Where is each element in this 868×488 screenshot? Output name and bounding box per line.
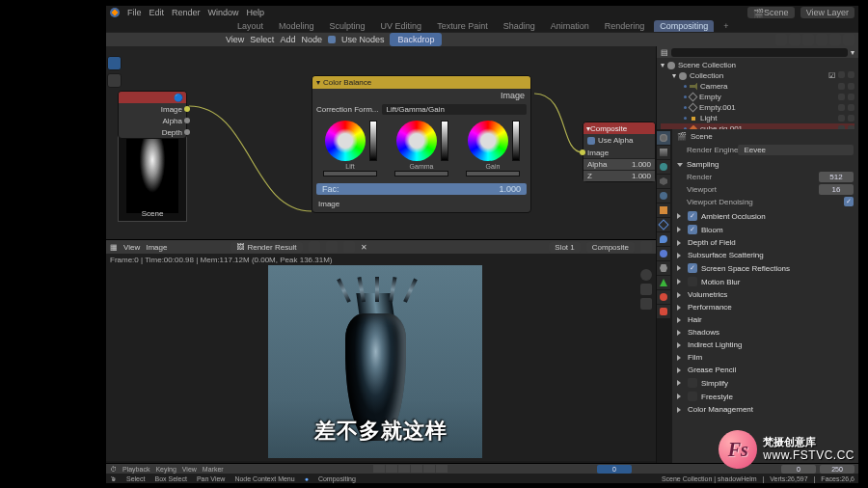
fac-slider[interactable]: Fac:1.000 — [316, 183, 527, 195]
input-z[interactable]: Z1.000 — [583, 170, 655, 181]
gamma-color-wheel[interactable] — [396, 121, 437, 161]
channel-g-icon[interactable] — [829, 34, 841, 45]
menu-file[interactable]: File — [127, 8, 142, 17]
tree-camera[interactable]: Camera — [661, 81, 854, 92]
tab-texture-properties[interactable] — [657, 305, 670, 318]
tab-constraint-properties[interactable] — [657, 261, 670, 275]
section-color-management[interactable]: Color Management — [677, 403, 854, 416]
gain-value-slider[interactable] — [512, 121, 520, 161]
eye-icon[interactable] — [838, 83, 845, 90]
backdrop-zoom-in-icon[interactable] — [775, 34, 787, 45]
jump-start-icon[interactable] — [373, 465, 385, 473]
tab-animation[interactable]: Animation — [545, 20, 595, 32]
section-performance[interactable]: Performance — [677, 301, 854, 313]
viewport-samples-input[interactable]: 16 — [819, 184, 854, 195]
ao-checkbox[interactable] — [688, 211, 697, 221]
section-shadows[interactable]: Shadows — [677, 326, 854, 339]
tab-render-properties[interactable] — [657, 131, 670, 145]
menu-edit[interactable]: Edit — [149, 8, 165, 17]
menu-window[interactable]: Window — [208, 8, 239, 17]
tab-layout[interactable]: Layout — [231, 20, 269, 32]
section-indirect[interactable]: Indirect Lighting — [677, 339, 854, 351]
current-frame-input[interactable]: 0 — [597, 465, 632, 474]
tool-annotate[interactable] — [107, 73, 122, 88]
ie-menu-image[interactable]: Image — [146, 243, 167, 252]
channel-b-icon[interactable] — [843, 34, 854, 45]
viewlayer-selector[interactable]: View Layer — [800, 7, 854, 18]
open-icon[interactable] — [343, 241, 355, 253]
section-volumetrics[interactable]: Volumetrics — [677, 288, 854, 301]
ie-icon[interactable]: ▦ — [110, 243, 118, 252]
tab-shading[interactable]: Shading — [498, 20, 541, 32]
gamma-value-slider[interactable] — [441, 121, 448, 161]
layer-selector[interactable]: Composite — [586, 242, 635, 253]
color-balance-node[interactable]: ▾Color Balance Image Correction Form...L… — [312, 75, 531, 213]
section-film[interactable]: Film — [677, 351, 854, 364]
tree-empty001[interactable]: Empty.001 — [661, 102, 854, 113]
ie-menu-view[interactable]: View — [123, 243, 140, 252]
hand-icon[interactable] — [640, 298, 652, 310]
correction-formula-dropdown[interactable]: Lift/Gamma/Gain — [382, 104, 527, 115]
tab-add-workspace[interactable]: + — [718, 20, 734, 32]
tree-light[interactable]: Light — [661, 113, 854, 123]
use-nodes-checkbox[interactable] — [328, 36, 336, 43]
tab-viewlayer-properties[interactable] — [657, 160, 670, 174]
tab-mesh-properties[interactable] — [657, 276, 670, 289]
section-freestyle[interactable]: Freestyle — [677, 390, 854, 403]
use-alpha-checkbox[interactable] — [587, 137, 595, 145]
unlink-x-icon[interactable]: ✕ — [361, 243, 367, 252]
backdrop-toggle[interactable]: Backdrop — [390, 33, 442, 46]
tab-sculpting[interactable]: Sculpting — [324, 20, 371, 32]
motion-blur-checkbox[interactable] — [688, 277, 697, 286]
menu-select[interactable]: Select — [250, 35, 274, 44]
lift-value-slider[interactable] — [369, 121, 377, 161]
tab-compositing[interactable]: Compositing — [654, 20, 714, 32]
composite-node[interactable]: ▾ Composite Use Alpha Image Alpha1.000 Z… — [583, 122, 656, 182]
lift-color-wheel[interactable] — [325, 121, 366, 161]
slot-selector[interactable]: Slot 1 — [549, 242, 580, 253]
image-selector[interactable]: 🖼 Render Result — [231, 242, 302, 253]
tl-marker[interactable]: Marker — [203, 466, 224, 473]
node-graph-area[interactable]: Scene 🔵 Image Alpha Depth ▾C — [106, 46, 656, 463]
lift-bar[interactable] — [323, 171, 377, 176]
magnify-icon[interactable] — [640, 269, 652, 281]
tab-texture[interactable]: Texture Paint — [431, 20, 494, 32]
section-dof[interactable]: Depth of Field — [677, 236, 854, 249]
freestyle-checkbox[interactable] — [688, 392, 697, 401]
tab-material-properties[interactable] — [657, 290, 670, 304]
tab-modifier-properties[interactable] — [657, 218, 670, 231]
tool-select-box[interactable] — [107, 56, 122, 70]
gain-bar[interactable] — [466, 171, 520, 176]
section-ssr[interactable]: Screen Space Reflections — [677, 261, 854, 275]
section-hair[interactable]: Hair — [677, 313, 854, 326]
menu-render[interactable]: Render — [172, 8, 201, 17]
tab-physics-properties[interactable] — [657, 247, 670, 260]
tree-empty[interactable]: Empty — [661, 92, 854, 102]
channel-r-icon[interactable] — [816, 34, 827, 45]
tab-object-properties[interactable] — [657, 203, 670, 217]
gain-color-wheel[interactable] — [468, 121, 508, 161]
tab-uv[interactable]: UV Editing — [375, 20, 428, 32]
tab-rendering[interactable]: Rendering — [599, 20, 651, 32]
tab-world-properties[interactable] — [657, 189, 670, 203]
gamma-bar[interactable] — [394, 171, 448, 176]
menu-help[interactable]: Help — [247, 8, 265, 17]
outliner-search[interactable] — [671, 48, 848, 57]
simplify-checkbox[interactable] — [688, 378, 697, 388]
play-icon[interactable] — [411, 465, 422, 473]
tl-keying[interactable]: Keying — [155, 466, 176, 473]
play-reverse-icon[interactable] — [398, 465, 410, 473]
pan-icon[interactable] — [640, 284, 652, 295]
section-bloom[interactable]: Bloom — [677, 223, 854, 236]
menu-view[interactable]: View — [226, 35, 244, 44]
tl-playback[interactable]: Playback — [122, 466, 149, 473]
tree-scene-collection[interactable]: ▾Scene Collection — [661, 60, 854, 70]
render-samples-input[interactable]: 512 — [819, 172, 854, 182]
tab-modeling[interactable]: Modeling — [273, 20, 320, 32]
backdrop-fit-icon[interactable] — [802, 34, 814, 45]
jump-end-icon[interactable] — [436, 465, 448, 473]
menu-add[interactable]: Add — [280, 35, 295, 44]
tab-particle-properties[interactable] — [657, 232, 670, 246]
tab-scene-properties[interactable] — [657, 175, 670, 188]
input-alpha[interactable]: Alpha1.000 — [583, 158, 655, 170]
